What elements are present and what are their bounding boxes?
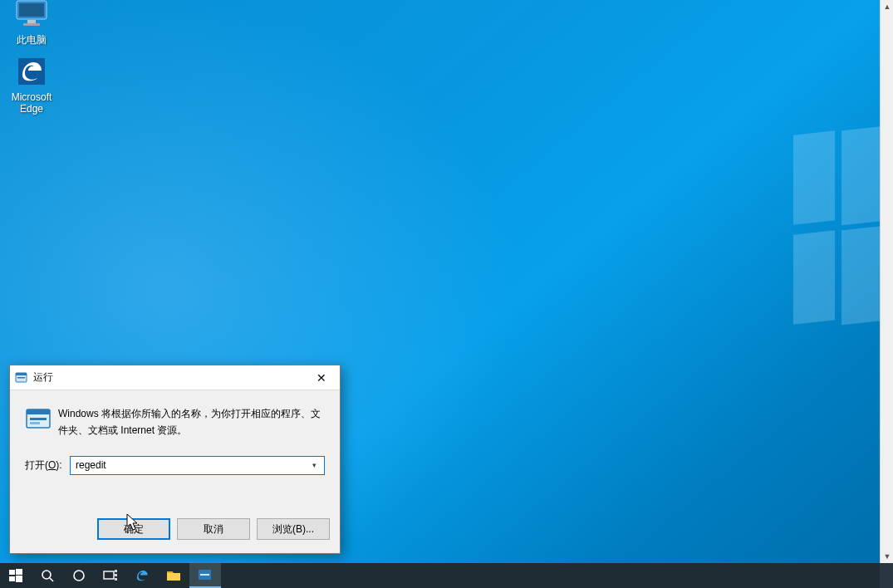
scrollbar-vertical[interactable]: ▲ ▼ [880, 0, 893, 563]
browse-button[interactable]: 浏览(B)... [257, 518, 330, 540]
chevron-down-icon[interactable]: ▾ [307, 456, 321, 475]
windows-logo-icon [9, 569, 22, 582]
titlebar-title: 运行 [33, 370, 53, 385]
dialog-description: Windows 将根据你所输入的名称，为你打开相应的程序、文件夹、文档或 Int… [58, 405, 325, 439]
svg-rect-12 [9, 570, 15, 575]
cancel-button[interactable]: 取消 [177, 518, 250, 540]
scroll-down-icon[interactable]: ▼ [881, 550, 893, 563]
wallpaper-windows-logo [793, 133, 893, 324]
taskbar-edge[interactable] [126, 563, 158, 588]
svg-rect-15 [16, 576, 22, 582]
desktop[interactable]: 此电脑 Microsoft Edge 运行 ✕ [0, 0, 893, 588]
desktop-icon-this-pc[interactable]: 此电脑 [0, 0, 63, 47]
run-icon [15, 371, 28, 385]
svg-rect-9 [27, 409, 50, 414]
close-button[interactable]: ✕ [302, 365, 340, 390]
svg-rect-21 [115, 574, 117, 576]
svg-rect-7 [17, 377, 25, 379]
taskview-icon [103, 570, 118, 581]
desktop-icon-edge[interactable]: Microsoft Edge [0, 55, 63, 115]
svg-rect-11 [30, 422, 40, 424]
open-label: 打开(O): [25, 458, 70, 473]
svg-rect-2 [27, 20, 36, 23]
run-icon [25, 405, 58, 437]
dialog-button-row: 确定 取消 浏览(B)... [10, 518, 340, 553]
svg-rect-6 [16, 373, 27, 375]
svg-point-16 [42, 571, 51, 579]
taskbar-run-app[interactable] [189, 563, 221, 588]
taskview-button[interactable] [95, 563, 126, 588]
cortana-button[interactable] [63, 563, 95, 588]
svg-rect-10 [30, 418, 47, 420]
svg-rect-20 [115, 570, 117, 572]
search-icon [41, 569, 54, 582]
svg-rect-19 [104, 571, 114, 579]
scrollbar-corner [880, 563, 893, 588]
dialog-body: Windows 将根据你所输入的名称，为你打开相应的程序、文件夹、文档或 Int… [10, 390, 340, 518]
taskbar-file-explorer[interactable] [158, 563, 189, 588]
desktop-icon-label: 此电脑 [0, 33, 63, 47]
svg-rect-14 [9, 576, 15, 581]
run-icon [198, 568, 213, 581]
svg-rect-22 [115, 578, 117, 581]
svg-rect-1 [19, 3, 44, 17]
run-dialog: 运行 ✕ Windows 将根据你所输入的名称，为你打开相应的程序、文件夹、文档… [9, 365, 341, 554]
start-button[interactable] [0, 563, 32, 588]
desktop-icon-label: Microsoft Edge [0, 91, 63, 115]
monitor-icon [12, 0, 52, 30]
svg-rect-4 [18, 58, 45, 85]
open-combobox[interactable]: ▾ [70, 456, 325, 475]
folder-icon [166, 569, 181, 582]
titlebar[interactable]: 运行 ✕ [10, 365, 340, 390]
svg-rect-13 [16, 569, 22, 575]
open-input[interactable] [70, 456, 325, 475]
search-button[interactable] [32, 563, 63, 588]
edge-icon [134, 567, 150, 584]
ok-button[interactable]: 确定 [97, 518, 170, 540]
svg-line-17 [50, 578, 53, 581]
svg-rect-24 [200, 574, 209, 576]
scroll-up-icon[interactable]: ▲ [881, 0, 893, 13]
svg-rect-3 [23, 23, 40, 26]
cortana-icon [72, 569, 86, 582]
edge-icon [12, 55, 52, 88]
close-icon: ✕ [316, 371, 326, 385]
taskbar[interactable] [0, 563, 880, 588]
svg-point-18 [74, 571, 84, 581]
